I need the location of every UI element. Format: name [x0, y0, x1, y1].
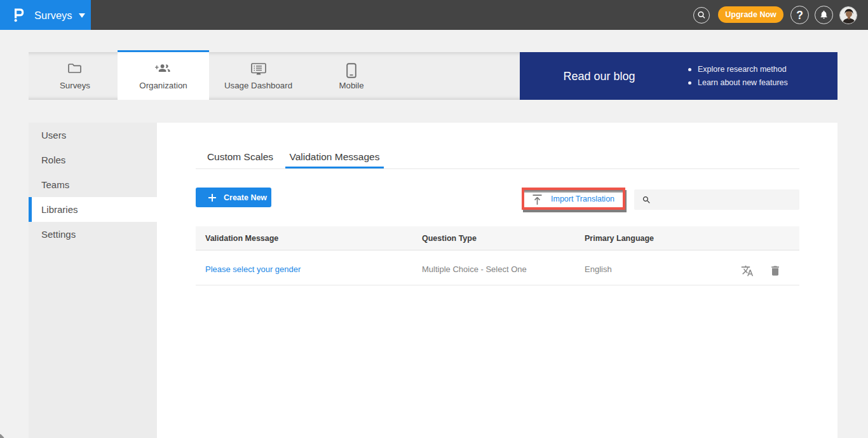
svg-text:?: ? — [796, 9, 803, 22]
